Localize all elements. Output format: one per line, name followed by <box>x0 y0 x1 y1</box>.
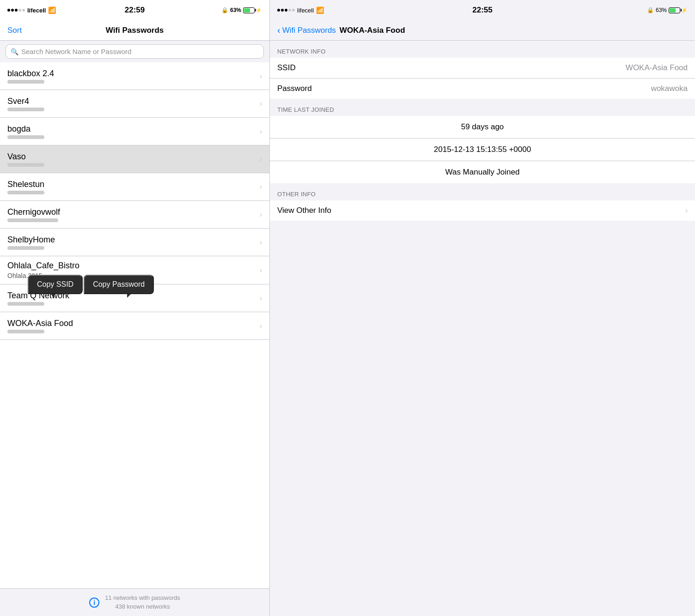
network-password-blur <box>7 330 44 333</box>
right-panel: lifecell 📶 22:55 🔒 63% ⚡ ‹ Wifi Password… <box>270 0 695 616</box>
search-input-wrapper[interactable]: 🔍 Search Network Name or Password <box>6 44 264 59</box>
signal-dot-4 <box>288 9 291 12</box>
network-item-left: Shelestun <box>7 180 44 194</box>
left-panel: lifecell 📶 22:59 🔒 63% ⚡ Sort Wifi Passw… <box>0 0 270 616</box>
networks-with-passwords: 11 networks with passwords <box>105 594 180 602</box>
view-other-info-label: View Other Info <box>277 206 331 215</box>
right-charging-bolt: ⚡ <box>681 7 688 13</box>
right-battery-icon <box>669 7 680 13</box>
right-battery-pct: 63% <box>656 7 667 13</box>
right-status-left: lifecell 📶 <box>277 6 324 14</box>
right-signal-dots <box>277 9 295 12</box>
list-item[interactable]: Vaso › <box>0 145 269 173</box>
network-password-blur <box>7 218 58 222</box>
time-exact-row: 2015-12-13 15:13:55 +0000 <box>270 139 695 161</box>
chevron-right-icon: › <box>260 183 262 191</box>
list-item[interactable]: blackbox 2.4 › <box>0 62 269 90</box>
right-status-bar: lifecell 📶 22:55 🔒 63% ⚡ <box>270 0 695 20</box>
view-other-info-row[interactable]: View Other Info › <box>270 200 695 221</box>
password-label: Password <box>277 84 312 93</box>
list-item[interactable]: Shelestun › <box>0 173 269 201</box>
network-item-left: Chernigovwolf <box>7 207 60 222</box>
network-password-blur <box>7 191 44 194</box>
network-name: bogda <box>7 124 44 134</box>
signal-dot-2 <box>281 9 284 12</box>
network-name: ShelbyHome <box>7 235 55 245</box>
signal-dots <box>7 9 25 12</box>
signal-dot-1 <box>7 9 10 12</box>
signal-dot-5 <box>22 9 25 12</box>
left-time: 22:59 <box>125 6 145 15</box>
battery-pct: 63% <box>230 7 241 13</box>
chevron-right-icon: › <box>260 72 262 80</box>
signal-dot-2 <box>11 9 14 12</box>
battery-container: ⚡ <box>243 7 262 13</box>
back-label: Wifi Passwords <box>282 26 336 35</box>
right-carrier: lifecell <box>297 7 314 14</box>
carrier-name: lifecell <box>27 7 46 14</box>
network-password-blur <box>7 246 44 250</box>
ssid-row: SSID WOKA-Asia Food <box>270 58 695 79</box>
right-time: 22:55 <box>472 6 492 15</box>
back-button[interactable]: ‹ Wifi Passwords <box>277 25 336 36</box>
tooltip-arrow-right <box>127 294 131 298</box>
left-nav-bar: Sort Wifi Passwords <box>0 20 269 41</box>
list-item[interactable]: WOKA-Asia Food › <box>0 312 269 340</box>
search-icon: 🔍 <box>11 48 18 55</box>
network-item-left: ShelbyHome <box>7 235 55 250</box>
signal-dot-3 <box>285 9 287 12</box>
left-page-title: Wifi Passwords <box>106 26 164 35</box>
search-bar: 🔍 Search Network Name or Password <box>0 41 269 62</box>
password-value: wokawoka <box>651 84 688 93</box>
network-name: Vaso <box>7 152 44 162</box>
time-section: 59 days ago 2015-12-13 15:13:55 +0000 Wa… <box>270 116 695 183</box>
list-item[interactable]: Chernigovwolf › <box>0 201 269 229</box>
right-battery-fill <box>670 8 676 12</box>
other-info-chevron: › <box>685 206 688 215</box>
tooltip-arrow-left <box>51 294 55 298</box>
chevron-right-icon: › <box>260 238 262 247</box>
lock-icon: 🔒 <box>221 7 228 13</box>
other-info-header: OTHER INFO <box>270 183 695 200</box>
copy-password-button[interactable]: Copy Password <box>84 275 154 294</box>
signal-dot-1 <box>277 9 280 12</box>
list-item[interactable]: ShelbyHome › <box>0 229 269 256</box>
charging-bolt: ⚡ <box>256 7 262 13</box>
network-password-blur <box>7 108 44 111</box>
context-menu: Copy SSID Copy Password <box>28 275 154 294</box>
network-item-left: Vaso <box>7 152 44 167</box>
right-nav-bar: ‹ Wifi Passwords WOKA-Asia Food <box>270 20 695 41</box>
other-info-card: View Other Info › <box>270 200 695 221</box>
left-status-left: lifecell 📶 <box>7 6 56 14</box>
sort-button[interactable]: Sort <box>7 26 22 35</box>
network-item-left: blackbox 2.4 <box>7 69 54 84</box>
right-content: NETWORK INFO SSID WOKA-Asia Food Passwor… <box>270 41 695 616</box>
network-name: blackbox 2.4 <box>7 69 54 79</box>
chevron-right-icon: › <box>260 322 262 330</box>
info-icon[interactable]: i <box>89 598 99 608</box>
network-item-left: bogda <box>7 124 44 139</box>
ssid-value: WOKA-Asia Food <box>626 63 688 72</box>
right-page-title: WOKA-Asia Food <box>340 26 405 35</box>
chevron-right-icon: › <box>260 211 262 219</box>
network-name: Sver4 <box>7 97 44 106</box>
wifi-icon: 📶 <box>48 6 56 14</box>
signal-dot-3 <box>15 9 18 12</box>
list-item[interactable]: bogda › Copy SSID Copy Password <box>0 118 269 145</box>
network-name: Ohlala_Cafe_Bistro <box>7 261 79 271</box>
chevron-right-icon: › <box>260 155 262 163</box>
tooltip-wrapper: Copy SSID <box>28 275 83 294</box>
list-item[interactable]: Sver4 › <box>0 90 269 118</box>
network-password-blur <box>7 163 44 167</box>
time-joined-header: TIME LAST JOINED <box>270 99 695 116</box>
battery-fill <box>244 8 250 12</box>
signal-dot-5 <box>292 9 295 12</box>
network-password-blur <box>7 80 44 84</box>
known-networks: 438 known networks <box>105 603 180 611</box>
battery-icon <box>243 7 255 13</box>
copy-ssid-button[interactable]: Copy SSID <box>28 275 83 294</box>
tooltip-wrapper-right: Copy Password <box>84 275 154 294</box>
signal-dot-4 <box>18 9 21 12</box>
right-status-right: 🔒 63% ⚡ <box>647 7 688 13</box>
chevron-right-icon: › <box>260 100 262 108</box>
